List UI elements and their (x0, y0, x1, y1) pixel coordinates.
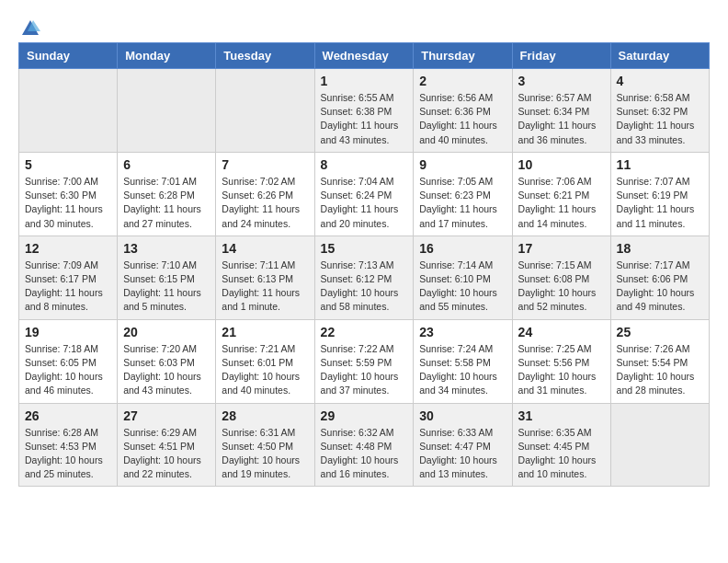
day-info: Sunrise: 6:31 AM Sunset: 4:50 PM Dayligh… (222, 426, 308, 482)
calendar-cell: 24Sunrise: 7:25 AM Sunset: 5:56 PM Dayli… (512, 319, 610, 403)
calendar-cell: 10Sunrise: 7:06 AM Sunset: 6:21 PM Dayli… (512, 152, 610, 236)
calendar-cell (610, 403, 709, 487)
day-info: Sunrise: 7:18 AM Sunset: 6:05 PM Dayligh… (25, 342, 111, 398)
weekday-header-thursday: Thursday (414, 43, 512, 69)
day-number: 9 (419, 157, 506, 172)
day-number: 3 (518, 74, 605, 88)
weekday-header-tuesday: Tuesday (216, 43, 314, 69)
day-info: Sunrise: 7:15 AM Sunset: 6:08 PM Dayligh… (518, 259, 605, 315)
day-info: Sunrise: 7:24 AM Sunset: 5:58 PM Dayligh… (419, 342, 506, 398)
weekday-header-friday: Friday (512, 43, 610, 69)
day-number: 8 (321, 157, 408, 172)
weekday-header-sunday: Sunday (19, 43, 118, 69)
day-info: Sunrise: 6:55 AM Sunset: 6:38 PM Dayligh… (321, 91, 408, 147)
calendar-cell: 26Sunrise: 6:28 AM Sunset: 4:53 PM Dayli… (19, 403, 118, 487)
calendar-cell: 3Sunrise: 6:57 AM Sunset: 6:34 PM Daylig… (512, 69, 610, 153)
day-info: Sunrise: 6:33 AM Sunset: 4:47 PM Dayligh… (419, 426, 506, 482)
day-info: Sunrise: 6:35 AM Sunset: 4:45 PM Dayligh… (518, 426, 605, 482)
calendar-cell: 14Sunrise: 7:11 AM Sunset: 6:13 PM Dayli… (216, 236, 314, 319)
day-number: 2 (419, 74, 506, 88)
day-number: 15 (321, 241, 408, 256)
calendar-cell: 17Sunrise: 7:15 AM Sunset: 6:08 PM Dayli… (512, 236, 610, 319)
day-info: Sunrise: 7:04 AM Sunset: 6:24 PM Dayligh… (321, 175, 408, 231)
calendar-cell: 16Sunrise: 7:14 AM Sunset: 6:10 PM Dayli… (414, 236, 512, 319)
weekday-header-monday: Monday (118, 43, 216, 69)
day-info: Sunrise: 7:26 AM Sunset: 5:54 PM Dayligh… (617, 342, 703, 398)
day-number: 24 (518, 325, 605, 339)
day-info: Sunrise: 7:01 AM Sunset: 6:28 PM Dayligh… (123, 175, 210, 231)
logo (18, 18, 40, 33)
calendar-cell: 31Sunrise: 6:35 AM Sunset: 4:45 PM Dayli… (512, 403, 610, 487)
calendar-cell: 23Sunrise: 7:24 AM Sunset: 5:58 PM Dayli… (414, 319, 512, 403)
calendar-cell (118, 69, 216, 153)
calendar-cell: 29Sunrise: 6:32 AM Sunset: 4:48 PM Dayli… (314, 403, 414, 487)
calendar-cell: 21Sunrise: 7:21 AM Sunset: 6:01 PM Dayli… (216, 319, 314, 403)
day-info: Sunrise: 6:29 AM Sunset: 4:51 PM Dayligh… (123, 426, 210, 482)
day-number: 27 (123, 408, 210, 423)
calendar-week-row: 26Sunrise: 6:28 AM Sunset: 4:53 PM Dayli… (19, 403, 710, 487)
day-number: 16 (419, 241, 506, 256)
calendar-cell: 30Sunrise: 6:33 AM Sunset: 4:47 PM Dayli… (414, 403, 512, 487)
day-number: 6 (123, 157, 210, 172)
day-number: 13 (123, 241, 210, 256)
weekday-header-wednesday: Wednesday (314, 43, 414, 69)
day-number: 7 (222, 157, 308, 172)
calendar-cell: 13Sunrise: 7:10 AM Sunset: 6:15 PM Dayli… (118, 236, 216, 319)
day-info: Sunrise: 6:58 AM Sunset: 6:32 PM Dayligh… (617, 91, 703, 147)
day-number: 26 (25, 408, 111, 423)
calendar-cell: 1Sunrise: 6:55 AM Sunset: 6:38 PM Daylig… (314, 69, 414, 153)
calendar-cell: 20Sunrise: 7:20 AM Sunset: 6:03 PM Dayli… (118, 319, 216, 403)
day-number: 12 (25, 241, 111, 256)
day-number: 14 (222, 241, 308, 256)
calendar-cell: 7Sunrise: 7:02 AM Sunset: 6:26 PM Daylig… (216, 152, 314, 236)
calendar-week-row: 1Sunrise: 6:55 AM Sunset: 6:38 PM Daylig… (19, 69, 710, 153)
day-info: Sunrise: 7:14 AM Sunset: 6:10 PM Dayligh… (419, 259, 506, 315)
calendar-cell: 19Sunrise: 7:18 AM Sunset: 6:05 PM Dayli… (19, 319, 118, 403)
day-info: Sunrise: 6:28 AM Sunset: 4:53 PM Dayligh… (25, 426, 111, 482)
logo-icon (20, 18, 40, 39)
calendar-cell: 9Sunrise: 7:05 AM Sunset: 6:23 PM Daylig… (414, 152, 512, 236)
day-number: 30 (419, 408, 506, 423)
calendar-week-row: 19Sunrise: 7:18 AM Sunset: 6:05 PM Dayli… (19, 319, 710, 403)
day-number: 18 (617, 241, 703, 256)
day-info: Sunrise: 7:21 AM Sunset: 6:01 PM Dayligh… (222, 342, 308, 398)
day-number: 17 (518, 241, 605, 256)
day-number: 29 (321, 408, 408, 423)
day-info: Sunrise: 7:07 AM Sunset: 6:19 PM Dayligh… (617, 175, 703, 231)
day-info: Sunrise: 7:00 AM Sunset: 6:30 PM Dayligh… (25, 175, 111, 231)
calendar-cell (216, 69, 314, 153)
weekday-header-row: SundayMondayTuesdayWednesdayThursdayFrid… (19, 43, 710, 69)
calendar-cell: 8Sunrise: 7:04 AM Sunset: 6:24 PM Daylig… (314, 152, 414, 236)
day-info: Sunrise: 6:57 AM Sunset: 6:34 PM Dayligh… (518, 91, 605, 147)
calendar-cell: 5Sunrise: 7:00 AM Sunset: 6:30 PM Daylig… (19, 152, 118, 236)
day-number: 5 (25, 157, 111, 172)
day-number: 20 (123, 325, 210, 339)
day-number: 19 (25, 325, 111, 339)
day-info: Sunrise: 6:32 AM Sunset: 4:48 PM Dayligh… (321, 426, 408, 482)
calendar-cell: 25Sunrise: 7:26 AM Sunset: 5:54 PM Dayli… (610, 319, 709, 403)
day-info: Sunrise: 7:25 AM Sunset: 5:56 PM Dayligh… (518, 342, 605, 398)
day-number: 23 (419, 325, 506, 339)
day-info: Sunrise: 7:05 AM Sunset: 6:23 PM Dayligh… (419, 175, 506, 231)
weekday-header-saturday: Saturday (610, 43, 709, 69)
day-number: 28 (222, 408, 308, 423)
calendar-cell: 27Sunrise: 6:29 AM Sunset: 4:51 PM Dayli… (118, 403, 216, 487)
day-number: 11 (617, 157, 703, 172)
day-number: 21 (222, 325, 308, 339)
calendar-cell: 11Sunrise: 7:07 AM Sunset: 6:19 PM Dayli… (610, 152, 709, 236)
day-info: Sunrise: 7:22 AM Sunset: 5:59 PM Dayligh… (321, 342, 408, 398)
day-number: 25 (617, 325, 703, 339)
day-info: Sunrise: 7:11 AM Sunset: 6:13 PM Dayligh… (222, 259, 308, 315)
day-number: 31 (518, 408, 605, 423)
calendar-cell: 4Sunrise: 6:58 AM Sunset: 6:32 PM Daylig… (610, 69, 709, 153)
page: SundayMondayTuesdayWednesdayThursdayFrid… (0, 0, 728, 496)
day-number: 1 (321, 74, 408, 88)
calendar-cell: 2Sunrise: 6:56 AM Sunset: 6:36 PM Daylig… (414, 69, 512, 153)
calendar: SundayMondayTuesdayWednesdayThursdayFrid… (18, 42, 710, 487)
day-info: Sunrise: 7:10 AM Sunset: 6:15 PM Dayligh… (123, 259, 210, 315)
calendar-cell: 18Sunrise: 7:17 AM Sunset: 6:06 PM Dayli… (610, 236, 709, 319)
calendar-cell: 28Sunrise: 6:31 AM Sunset: 4:50 PM Dayli… (216, 403, 314, 487)
calendar-cell: 22Sunrise: 7:22 AM Sunset: 5:59 PM Dayli… (314, 319, 414, 403)
calendar-cell: 15Sunrise: 7:13 AM Sunset: 6:12 PM Dayli… (314, 236, 414, 319)
day-number: 4 (617, 74, 703, 88)
